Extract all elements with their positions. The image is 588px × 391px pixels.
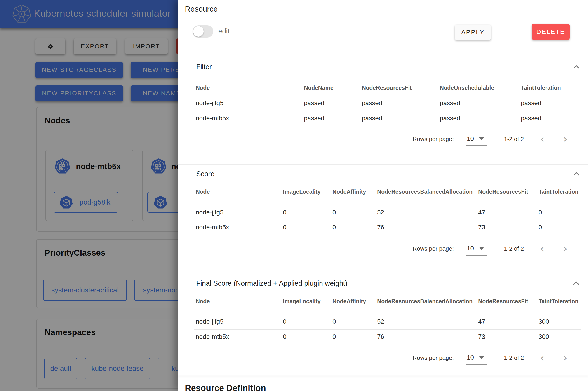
table-cell: 0 [333,224,336,231]
table-cell: passed [362,99,382,107]
select-underline [466,145,487,146]
table-cell: 300 [538,318,549,325]
rows-per-page-label: Rows per page: [413,354,451,361]
collapse-score-icon[interactable] [573,171,580,177]
column-header: NodeName [304,85,334,91]
table-cell: 0 [283,318,287,325]
divider [178,270,588,270]
panel-title: Resource [185,4,218,13]
table-cell: passed [440,99,460,107]
collapse-final-score-icon[interactable] [573,280,580,287]
column-header: NodeResourcesFit [362,85,412,91]
table-cell: passed [440,115,460,122]
table-cell: 47 [478,209,485,216]
delete-button[interactable]: DELETE [532,24,570,40]
divider [194,96,581,96]
table-cell: 0 [333,209,336,216]
resource-definition-title: Resource Definition [185,383,266,391]
divider [194,126,581,126]
divider [194,310,581,310]
rows-per-page-label: Rows per page: [413,136,451,143]
previous-page-icon[interactable]: ‹ [540,133,544,144]
table-cell: 0 [283,224,287,231]
table-cell: node-mtb5x [196,115,229,122]
apply-button[interactable]: APPLY [455,25,491,40]
divider [178,164,588,165]
edit-toggle-label: edit [218,27,230,35]
resource-detail-panel: Resource edit APPLY DELETE Filter Node N… [178,0,588,391]
divider [194,220,581,220]
edit-toggle[interactable] [192,25,213,37]
table-cell: 76 [377,224,384,231]
page-range-label: 1-2 of 2 [504,245,524,252]
previous-page-icon[interactable]: ‹ [540,352,544,363]
table-cell: 0 [538,209,542,216]
divider [178,52,588,52]
table-cell: passed [304,115,324,122]
final-score-section-title: Final Score (Normalized + Applied plugin… [196,279,347,288]
table-cell: 52 [377,209,384,216]
column-header: NodeAffinity [333,298,366,305]
column-header: TaintToleration [521,85,561,91]
table-cell: 0 [283,209,287,216]
column-header: Node [196,189,210,195]
column-header: TaintToleration [538,298,579,305]
column-header: NodeAffinity [333,189,366,195]
column-header: NodeResourcesFit [478,189,528,195]
table-cell: 52 [377,318,384,325]
previous-page-icon[interactable]: ‹ [540,243,544,254]
table-cell: 0 [333,318,336,325]
rows-per-page-select[interactable]: 10 [467,135,474,142]
edit-toggle-knob [193,26,204,37]
table-cell: node-mtb5x [196,333,229,340]
table-cell: 300 [538,333,549,340]
dropdown-caret-icon[interactable] [479,137,484,140]
rows-per-page-select[interactable]: 10 [467,245,474,252]
collapse-filter-icon[interactable] [573,64,580,70]
divider [194,329,581,329]
column-header: ImageLocality [283,298,321,305]
table-cell: 76 [377,333,384,340]
table-cell: node-mtb5x [196,224,229,231]
table-cell: passed [362,115,382,122]
column-header: NodeResourcesBalancedAllocation [377,298,473,305]
column-header: TaintToleration [538,189,579,195]
table-cell: node-jjfg5 [196,99,224,107]
column-header: NodeUnschedulable [440,85,494,91]
divider [194,110,581,111]
divider [178,375,588,375]
table-cell: passed [521,99,541,107]
filter-section-title: Filter [196,63,212,71]
divider [194,344,581,344]
page-range-label: 1-2 of 2 [504,354,524,361]
next-page-icon[interactable]: › [563,133,567,144]
column-header: NodeResourcesBalancedAllocation [377,189,473,195]
page-range-label: 1-2 of 2 [504,136,524,143]
dropdown-caret-icon[interactable] [479,247,484,250]
table-cell: 73 [478,333,485,340]
table-cell: passed [521,115,541,122]
table-cell: 0 [333,333,336,340]
divider [194,200,581,200]
table-cell: 47 [478,318,485,325]
score-section-title: Score [196,170,214,178]
next-page-icon[interactable]: › [563,243,567,254]
dropdown-caret-icon[interactable] [479,356,484,359]
table-cell: node-jjfg5 [196,209,224,216]
select-underline [466,255,487,256]
table-cell: 0 [283,333,287,340]
column-header: NodeResourcesFit [478,298,528,305]
table-cell: 0 [538,224,542,231]
rows-per-page-select[interactable]: 10 [467,354,474,361]
table-cell: 73 [478,224,485,231]
divider [194,235,581,235]
column-header: Node [196,298,210,305]
rows-per-page-label: Rows per page: [413,245,451,252]
select-underline [466,364,487,365]
column-header: ImageLocality [283,189,321,195]
column-header: Node [196,85,210,91]
table-cell: node-jjfg5 [196,318,224,325]
next-page-icon[interactable]: › [563,352,567,363]
table-cell: passed [304,99,324,107]
